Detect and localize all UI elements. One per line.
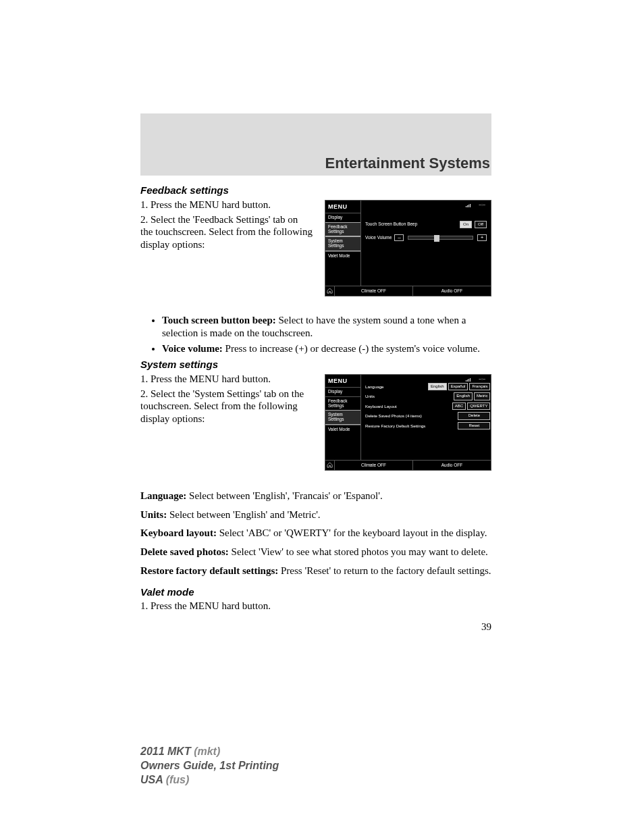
bullet-beep: Touch screen button beep: Select to have… [162,314,491,340]
system-step1: 1. Press the MENU hard button. [140,373,313,386]
beep-off-button[interactable]: Off [475,221,487,229]
restore-text: Press 'Reset' to return to the factory d… [278,565,491,576]
status-bar: --:-- [466,377,485,382]
feedback-heading: Feedback settings [140,184,491,197]
clock: --:-- [479,377,485,382]
signal-icon [466,203,471,207]
clock: --:-- [479,203,485,208]
kb-qwerty-button[interactable]: QWERTY [467,402,490,411]
keyboard-label: Keyboard layout: [140,527,217,538]
lang-espanol-button[interactable]: Español [448,383,468,391]
system-heading: System settings [140,359,491,371]
valet-heading: Valet mode [140,586,491,599]
status-bar: --:-- [466,203,485,208]
units-label: Units: [140,509,167,520]
restore-para: Restore factory default settings: Press … [140,565,491,577]
tab-system[interactable]: System Settings [325,236,360,251]
tab-display[interactable]: Display [325,213,360,222]
delete-photos-label: Delete Saved Photos (4 items) [365,413,446,419]
keyboard-label: Keyboard Layout [365,404,426,409]
delete-button[interactable]: Delete [458,412,490,420]
language-para: Language: Select between 'English', 'Fra… [140,490,491,502]
system-step2: 2. Select the 'System Settings' tab on t… [140,388,313,425]
footer-region-code: (fus) [166,774,190,785]
footer-model: 2011 MKT [140,746,194,757]
units-metric-button[interactable]: Metric [474,392,490,400]
volume-plus-button[interactable]: + [477,234,487,241]
climate-status[interactable]: Climate OFF [335,286,413,296]
lang-francais-button[interactable]: Français [469,383,490,391]
volume-minus-button[interactable]: – [394,234,404,241]
volume-slider[interactable] [408,236,473,240]
home-icon[interactable] [325,461,335,470]
keyboard-para: Keyboard layout: Select 'ABC' or 'QWERTY… [140,527,491,540]
audio-status[interactable]: Audio OFF [413,286,491,296]
delete-label: Delete saved photos: [140,546,229,557]
tab-valet[interactable]: Valet Mode [325,425,360,434]
menu-title: MENU [325,375,360,387]
tab-feedback[interactable]: Feedback Settings [325,222,360,237]
reset-button[interactable]: Reset [458,422,490,430]
language-label: Language: [140,490,186,501]
footer-guide: Owners Guide, 1st Printing [140,759,279,773]
units-label: Units [365,394,426,399]
lang-english-button[interactable]: English [428,383,447,391]
restore-label: Restore factory default settings: [140,565,278,576]
delete-para: Delete saved photos: Select 'View' to se… [140,546,491,558]
kb-abc-button[interactable]: ABC [452,402,466,411]
language-text: Select between 'English', 'Francais' or … [186,490,382,501]
bullet-voice-label: Voice volume: [162,343,223,354]
tab-system[interactable]: System Settings [325,410,360,425]
feedback-bullets: Touch screen button beep: Select to have… [162,314,491,355]
footer: 2011 MKT (mkt) Owners Guide, 1st Printin… [140,745,279,787]
bullet-beep-label: Touch screen button beep: [162,315,276,325]
home-icon[interactable] [325,286,335,296]
units-text: Select between 'English' and 'Metric'. [167,509,320,520]
voice-volume-label: Voice Volume [365,235,392,240]
language-label: Language [365,384,426,390]
restore-label: Restore Factory Default Settings [365,423,446,429]
page-content: Feedback settings 1. Press the MENU hard… [140,182,491,633]
beep-label: Touch Screen Button Beep [365,221,417,227]
feedback-step2: 2. Select the 'Feedback Settings' tab on… [140,213,313,251]
feedback-screenshot: --:-- MENU Display Feedback Settings Sys… [325,200,491,296]
page-number: 39 [140,621,491,633]
bullet-voice: Voice volume: Press to increase (+) or d… [162,342,491,355]
tab-valet[interactable]: Valet Mode [325,251,360,261]
valet-step1: 1. Press the MENU hard button. [140,600,491,613]
tab-display[interactable]: Display [325,387,360,396]
footer-model-code: (mkt) [194,746,220,757]
signal-icon [466,377,471,382]
units-para: Units: Select between 'English' and 'Met… [140,509,491,521]
tab-feedback[interactable]: Feedback Settings [325,396,360,411]
units-english-button[interactable]: English [454,392,473,400]
audio-status[interactable]: Audio OFF [413,461,491,470]
menu-title: MENU [325,201,360,213]
system-screenshot: --:-- MENU Display Feedback Settings Sys… [325,374,491,471]
feedback-step1: 1. Press the MENU hard button. [140,199,313,211]
bullet-voice-text: Press to increase (+) or decrease (-) th… [223,343,480,354]
beep-on-button[interactable]: On [460,221,472,229]
delete-text: Select 'View' to see what stored photos … [229,546,488,557]
climate-status[interactable]: Climate OFF [335,461,413,470]
footer-region: USA [140,774,166,785]
page-title: Entertainment Systems [325,155,490,172]
keyboard-text: Select 'ABC' or 'QWERTY' for the keyboar… [217,527,487,538]
